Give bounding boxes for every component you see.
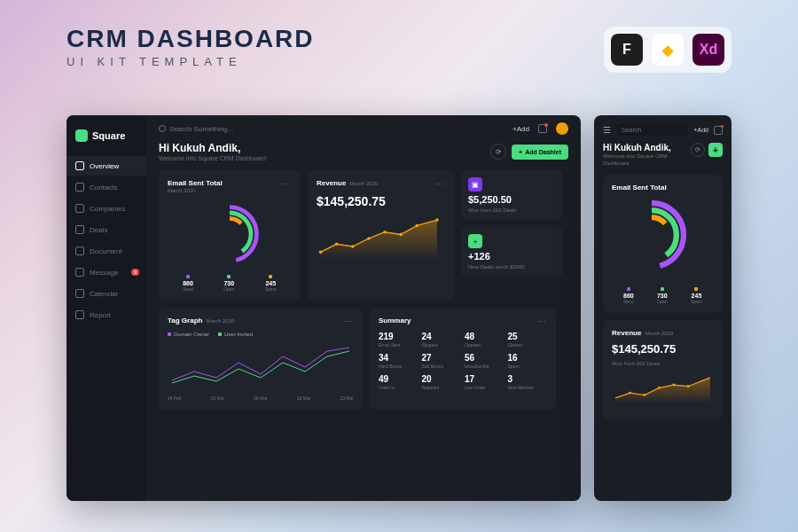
card-period: March 2020	[645, 331, 673, 336]
bell-icon[interactable]	[714, 126, 723, 135]
legend-label: Spam	[691, 299, 702, 304]
summary-value: 20	[422, 374, 462, 384]
more-icon[interactable]: ⋯	[435, 179, 445, 189]
deals-subtitle: New Deals worth $3000	[468, 264, 556, 270]
avatar[interactable]	[556, 122, 568, 135]
revenue-value: $145,250.75	[317, 194, 445, 208]
add-button[interactable]: +Add	[693, 127, 708, 133]
add-dashlet-button[interactable]: +	[708, 143, 723, 157]
add-button[interactable]: +Add	[512, 125, 529, 133]
summary-label: Unsubscribe	[465, 364, 505, 369]
add-dashlet-button[interactable]: +Add Dashlet	[512, 145, 568, 160]
summary-item: 219Email Sent	[379, 332, 419, 348]
card-period: March 2020	[168, 188, 223, 193]
tag-graph-card: Tag Graph March 2020 ⋯ Domain Owner User…	[159, 308, 363, 410]
summary-label: Soft Bounc	[422, 364, 462, 369]
legend-label: Open	[657, 299, 668, 304]
summary-value: 56	[465, 353, 505, 363]
summary-value: 3	[508, 374, 548, 384]
svg-point-2	[214, 218, 245, 249]
card-period: March 2020	[206, 318, 234, 324]
sidebar-item-overview[interactable]: Overview	[66, 156, 146, 176]
legend-value: 245	[691, 293, 702, 299]
svg-point-4	[335, 242, 339, 246]
x-tick: 02 Mar	[211, 395, 225, 401]
deals-value: +126	[468, 251, 556, 262]
user-icon	[75, 183, 84, 192]
summary-item: 24Skipped	[422, 332, 462, 348]
email-sent-card: Email Sent Total 860Send 730Open 245Spam	[603, 175, 723, 313]
more-icon[interactable]: ⋯	[282, 179, 292, 189]
legend-label: Send	[623, 299, 634, 304]
card-title: Email Sent Total	[612, 184, 714, 192]
svg-point-18	[687, 385, 690, 387]
svg-point-14	[629, 391, 631, 394]
summary-item: 17Last Order	[465, 374, 505, 390]
svg-point-7	[383, 231, 387, 234]
plus-icon: +	[519, 149, 522, 155]
summary-value: 48	[465, 332, 505, 341]
svg-point-13	[634, 217, 669, 253]
refresh-button[interactable]: ⟳	[490, 144, 506, 160]
menu-icon[interactable]: ☰	[603, 125, 611, 135]
svg-point-8	[399, 233, 403, 237]
sidebar: Square Overview Contacts Companies Deals…	[66, 115, 146, 501]
summary-value: 49	[379, 374, 419, 384]
sidebar-item-report[interactable]: Report	[66, 305, 146, 325]
legend-label: Open	[223, 286, 234, 292]
app-icons-row: F ◆ Xd	[604, 27, 732, 73]
sidebar-item-calendar[interactable]: Calendar	[66, 284, 146, 303]
svg-point-6	[367, 237, 371, 240]
card-title: Revenue	[317, 179, 346, 187]
revenue-subtitle: Won from 262 Deals	[612, 361, 714, 366]
app-name: Square	[92, 130, 125, 141]
legend-value: 860	[623, 293, 634, 299]
more-icon[interactable]: ⋯	[537, 317, 547, 326]
legend-label: Domain Owner	[174, 332, 209, 337]
revenue-sparkline	[317, 214, 445, 262]
card-title: Tag Graph	[168, 317, 202, 325]
sidebar-item-document[interactable]: Document	[66, 241, 146, 261]
xd-icon: Xd	[692, 34, 724, 66]
svg-point-5	[351, 245, 355, 248]
more-icon[interactable]: ⋯	[344, 317, 354, 326]
sidebar-item-contacts[interactable]: Contacts	[66, 177, 146, 197]
nav-label: Contacts	[90, 184, 118, 192]
search-placeholder: Search Something...	[169, 125, 233, 133]
sidebar-item-companies[interactable]: Companies	[66, 199, 146, 218]
sidebar-item-deals[interactable]: Deals	[66, 220, 146, 239]
summary-label: Rejected	[422, 385, 462, 390]
donut-chart	[612, 195, 692, 275]
legend-label: Spam	[265, 286, 277, 292]
logo-icon	[75, 129, 88, 142]
revenue-card: Revenue March 2020 $145,250.75 Won from …	[603, 320, 723, 419]
svg-point-16	[658, 386, 661, 388]
building-icon	[75, 204, 84, 213]
svg-point-10	[435, 218, 439, 222]
desktop-dashboard: Square Overview Contacts Companies Deals…	[66, 115, 581, 501]
nav: Overview Contacts Companies Deals Docume…	[66, 156, 146, 325]
summary-label: Clicked	[508, 342, 548, 348]
legend-dot	[218, 332, 222, 336]
new-deals-card: ＋ +126 New Deals worth $3000	[461, 227, 563, 277]
legend-dot	[694, 287, 698, 291]
legend-value: 245	[265, 280, 277, 286]
summary-item: 49Order In	[379, 374, 419, 390]
summary-item: 25Clicked	[508, 332, 548, 348]
bell-icon[interactable]	[538, 124, 547, 133]
search-input[interactable]: Search	[616, 124, 688, 136]
grid-icon	[75, 161, 84, 170]
nav-label: Document	[90, 247, 121, 255]
refresh-button[interactable]: ⟳	[691, 143, 705, 157]
svg-point-17	[672, 383, 675, 386]
trophy-icon: ▣	[468, 177, 482, 192]
summary-label: Opened	[465, 342, 505, 348]
logo[interactable]: Square	[66, 124, 146, 147]
sidebar-item-message[interactable]: Message9	[66, 262, 146, 282]
legend-dot	[627, 287, 630, 291]
summary-value: 16	[508, 353, 548, 363]
legend-label: User Invited	[224, 332, 253, 337]
search-input[interactable]: Search Something...	[159, 125, 504, 133]
message-badge: 9	[131, 269, 139, 276]
revenue-value: $145,250.75	[612, 342, 714, 356]
